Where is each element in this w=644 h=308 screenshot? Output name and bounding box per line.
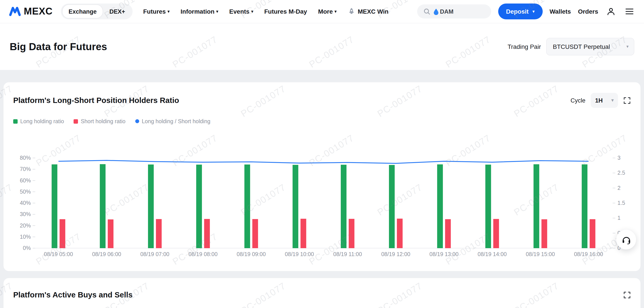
x-axis-labels: 08/19 05:0008/19 06:0008/19 07:0008/19 0… (44, 251, 603, 257)
toggle-dex[interactable]: DEX+ (103, 5, 131, 18)
legend-item[interactable]: Long holding ratio (13, 118, 64, 124)
nav-item-futures[interactable]: Futures ▾ (143, 8, 170, 15)
card-header: Platform's Long-Short Position Holders R… (13, 93, 631, 108)
svg-text:08/19 12:00: 08/19 12:00 (381, 251, 410, 257)
nav-item-label: Events (229, 8, 250, 15)
logo-text: MEXC (24, 6, 53, 17)
long-short-ratio-chart: 0%10%20%30%40%50%60%70%80%00.511.522.530… (13, 151, 631, 262)
svg-text:08/19 11:00: 08/19 11:00 (333, 251, 362, 257)
nav-item-label: Futures (143, 8, 166, 15)
svg-text:10%: 10% (20, 234, 31, 240)
page-title: Big Data for Futures (10, 41, 107, 52)
svg-text:50%: 50% (20, 189, 31, 195)
toggle-exchange[interactable]: Exchange (62, 4, 103, 18)
search-token-text: DAM (440, 8, 454, 15)
legend-item[interactable]: Short holding ratio (74, 118, 126, 124)
svg-text:0%: 0% (23, 245, 31, 251)
search-icon (423, 8, 430, 15)
svg-text:08/19 13:00: 08/19 13:00 (430, 251, 458, 257)
ratio-line (58, 160, 588, 163)
fullscreen-icon[interactable] (623, 97, 631, 104)
nav-item-mexc-win[interactable]: MEXC Win (348, 7, 388, 15)
market-toggle: Exchange DEX+ (60, 3, 132, 19)
top-navbar: MEXC Exchange DEX+ Futures ▾ Information… (0, 0, 644, 23)
svg-text:20%: 20% (20, 222, 31, 229)
cycle-value: 1H (595, 97, 603, 104)
card-header: Platform's Active Buys and Sells (13, 289, 631, 301)
svg-text:30%: 30% (20, 211, 31, 217)
mexc-logo-icon (9, 5, 21, 17)
svg-text:08/19 16:00: 08/19 16:00 (574, 251, 603, 257)
legend-item[interactable]: Long holding / Short holding (135, 118, 210, 124)
profile-icon[interactable] (605, 6, 617, 17)
fullscreen-icon[interactable] (623, 291, 631, 299)
primary-nav: Futures ▾ Information ▾ Events ▾ Futures… (143, 7, 388, 15)
mexc-win-icon (348, 7, 356, 15)
svg-text:60%: 60% (20, 177, 31, 184)
nav-item-label: MEXC Win (358, 8, 388, 15)
nav-item-futures-mday[interactable]: Futures M-Day (264, 8, 307, 15)
legend-label: Long holding / Short holding (142, 118, 210, 124)
nav-item-label: More (318, 8, 333, 15)
chevron-down-icon: ▾ (216, 9, 218, 13)
nav-item-events[interactable]: Events ▾ (229, 8, 253, 15)
nav-item-information[interactable]: Information ▾ (180, 8, 218, 15)
card-tools: Cycle 1H ▾ (570, 93, 631, 108)
nav-item-label: Futures M-Day (264, 8, 307, 15)
svg-text:08/19 14:00: 08/19 14:00 (478, 251, 507, 257)
card-tools (623, 291, 631, 299)
trading-pair-label: Trading Pair (508, 43, 541, 50)
search-input[interactable]: DAM (417, 4, 491, 18)
svg-text:1: 1 (618, 215, 621, 221)
legend-label: Long holding ratio (20, 118, 64, 124)
nav-item-label: Information (180, 8, 214, 15)
main-content: Platform's Long-Short Position Holders R… (0, 70, 644, 308)
chevron-down-icon: ▾ (626, 44, 628, 49)
trading-pair-value: BTCUSDT Perpetual (553, 43, 610, 50)
svg-text:2: 2 (618, 185, 621, 191)
cycle-label: Cycle (570, 97, 586, 104)
chevron-down-icon: ▾ (532, 9, 534, 13)
trading-pair-control: Trading Pair BTCUSDT Perpetual ▾ (508, 38, 634, 55)
orders-link[interactable]: Orders (578, 8, 598, 15)
svg-text:08/19 05:00: 08/19 05:00 (44, 251, 73, 257)
svg-text:70%: 70% (20, 166, 31, 172)
deposit-label: Deposit (506, 8, 528, 15)
active-buys-sells-card: Platform's Active Buys and Sells Active … (4, 278, 640, 308)
chevron-down-icon: ▾ (612, 98, 614, 102)
deposit-button[interactable]: Deposit ▾ (498, 3, 542, 19)
svg-text:80%: 80% (20, 155, 31, 161)
long-short-ratio-card: Platform's Long-Short Position Holders R… (4, 82, 640, 271)
svg-text:08/19 15:00: 08/19 15:00 (526, 251, 555, 257)
svg-text:40%: 40% (20, 200, 31, 206)
chevron-down-icon: ▾ (334, 9, 336, 13)
short-bars (60, 219, 595, 248)
svg-text:08/19 08:00: 08/19 08:00 (188, 251, 218, 257)
legend-label: Short holding ratio (81, 118, 126, 124)
droplet-icon (433, 8, 438, 15)
svg-text:08/19 07:00: 08/19 07:00 (140, 251, 169, 257)
legend-marker-icon (135, 119, 139, 123)
search-value: DAM (433, 8, 454, 15)
chevron-down-icon: ▾ (251, 9, 253, 13)
svg-text:3: 3 (618, 155, 621, 161)
navbar-right: DAM Deposit ▾ Wallets Orders (417, 3, 635, 19)
headset-icon (621, 235, 631, 244)
nav-item-more[interactable]: More ▾ (318, 8, 336, 15)
page-header: Big Data for Futures Trading Pair BTCUSD… (0, 23, 644, 70)
legend-marker-icon (74, 119, 78, 123)
svg-text:08/19 06:00: 08/19 06:00 (92, 251, 121, 257)
cycle-select[interactable]: 1H ▾ (591, 93, 618, 108)
support-button[interactable] (616, 230, 636, 250)
menu-icon[interactable] (624, 6, 635, 17)
trading-pair-select[interactable]: BTCUSDT Perpetual ▾ (546, 38, 634, 55)
mexc-logo[interactable]: MEXC (9, 5, 53, 17)
left-axis: 0%10%20%30%40%50%60%70%80% (20, 155, 35, 251)
wallets-link[interactable]: Wallets (550, 8, 571, 15)
svg-text:08/19 10:00: 08/19 10:00 (285, 251, 314, 257)
svg-text:2.5: 2.5 (618, 170, 625, 176)
chart-legend: Long holding ratioShort holding ratioLon… (13, 117, 631, 125)
card-title: Platform's Active Buys and Sells (13, 289, 132, 301)
page: MEXC Exchange DEX+ Futures ▾ Information… (0, 0, 644, 308)
svg-text:1.5: 1.5 (618, 200, 625, 206)
